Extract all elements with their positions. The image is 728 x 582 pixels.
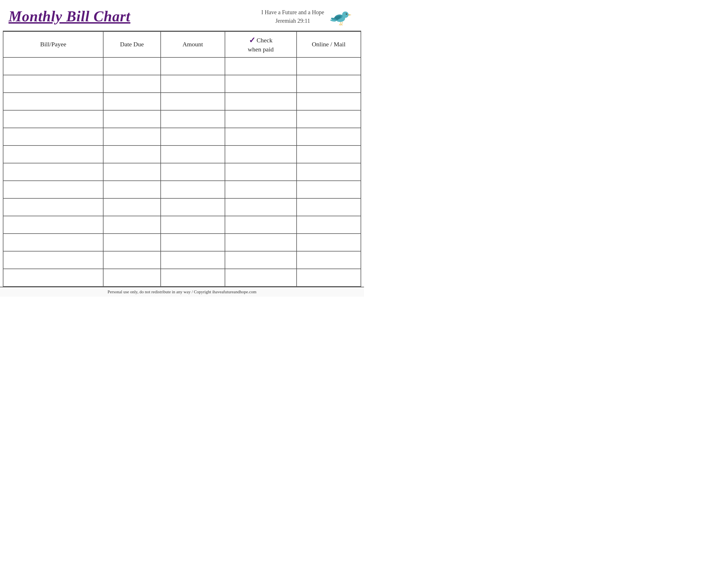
table-cell xyxy=(225,110,296,128)
table-cell xyxy=(3,57,103,75)
table-cell xyxy=(161,163,225,181)
table-cell xyxy=(296,269,361,286)
table-row xyxy=(3,57,361,75)
table-cell xyxy=(3,93,103,110)
table-row xyxy=(3,251,361,269)
checkmark-icon: ✓ xyxy=(249,35,255,46)
table-cell xyxy=(3,181,103,198)
table-cell xyxy=(103,57,160,75)
svg-point-3 xyxy=(346,13,347,15)
table-cell xyxy=(3,128,103,145)
table-cell xyxy=(225,163,296,181)
table-row xyxy=(3,163,361,181)
table-cell xyxy=(103,198,160,216)
table-row xyxy=(3,128,361,145)
table-cell xyxy=(103,269,160,286)
table-cell xyxy=(3,145,103,163)
table-row xyxy=(3,269,361,286)
table-cell xyxy=(3,198,103,216)
table-cell xyxy=(161,57,225,75)
table-cell xyxy=(296,233,361,251)
table-cell xyxy=(161,198,225,216)
table-cell xyxy=(103,163,160,181)
table-cell xyxy=(161,251,225,269)
table-cell xyxy=(296,163,361,181)
table-row xyxy=(3,198,361,216)
table-cell xyxy=(296,198,361,216)
table-cell xyxy=(225,233,296,251)
svg-line-9 xyxy=(340,22,341,24)
svg-line-10 xyxy=(342,22,342,24)
svg-point-4 xyxy=(346,13,347,14)
table-cell xyxy=(296,128,361,145)
table-cell xyxy=(103,233,160,251)
page-title: Monthly Bill Chart xyxy=(8,8,130,24)
table-header-row: Bill/Payee Date Due Amount ✓ Check when … xyxy=(3,31,361,57)
header-right: I Have a Future and a Hope Jeremiah 29:1… xyxy=(261,5,356,28)
table-row xyxy=(3,145,361,163)
table-cell xyxy=(161,128,225,145)
table-cell xyxy=(103,75,160,93)
page-header: Monthly Bill Chart I Have a Future and a… xyxy=(0,0,364,31)
bird-icon xyxy=(327,5,356,28)
table-cell xyxy=(161,110,225,128)
svg-line-14 xyxy=(342,24,342,25)
table-cell xyxy=(296,216,361,233)
table-cell xyxy=(161,233,225,251)
footer-text: Personal use only, do not redistribute i… xyxy=(107,289,257,294)
svg-line-12 xyxy=(340,24,341,25)
table-cell xyxy=(3,163,103,181)
table-body xyxy=(3,57,361,286)
table-row xyxy=(3,216,361,233)
table-cell xyxy=(161,75,225,93)
svg-line-13 xyxy=(341,24,341,25)
table-cell xyxy=(103,128,160,145)
table-cell xyxy=(225,216,296,233)
table-cell xyxy=(296,181,361,198)
table-cell xyxy=(3,216,103,233)
table-cell xyxy=(3,75,103,93)
table-row xyxy=(3,233,361,251)
col-check-when-paid: ✓ Check when paid xyxy=(225,31,296,57)
table-cell xyxy=(225,128,296,145)
table-cell xyxy=(296,251,361,269)
table-cell xyxy=(103,145,160,163)
table-cell xyxy=(3,110,103,128)
bill-chart-table: Bill/Payee Date Due Amount ✓ Check when … xyxy=(3,31,361,287)
table-cell xyxy=(3,269,103,286)
table-cell xyxy=(161,93,225,110)
col-bill-payee: Bill/Payee xyxy=(3,31,103,57)
table-cell xyxy=(296,75,361,93)
table-cell xyxy=(296,93,361,110)
table-cell xyxy=(225,181,296,198)
table-cell xyxy=(3,251,103,269)
col-date-due: Date Due xyxy=(103,31,160,57)
table-cell xyxy=(225,251,296,269)
col-online-mail: Online / Mail xyxy=(296,31,361,57)
table-cell xyxy=(161,216,225,233)
table-cell xyxy=(161,145,225,163)
table-cell xyxy=(296,110,361,128)
table-row xyxy=(3,75,361,93)
table-cell xyxy=(161,269,225,286)
table-cell xyxy=(103,181,160,198)
table-cell xyxy=(103,251,160,269)
table-cell xyxy=(296,145,361,163)
table-cell xyxy=(225,93,296,110)
scripture-text: I Have a Future and a Hope Jeremiah 29:1… xyxy=(261,8,324,25)
table-cell xyxy=(225,269,296,286)
table-wrapper: Bill/Payee Date Due Amount ✓ Check when … xyxy=(0,31,364,287)
table-cell xyxy=(103,110,160,128)
table-cell xyxy=(225,198,296,216)
footer: Personal use only, do not redistribute i… xyxy=(0,287,364,297)
table-cell xyxy=(296,57,361,75)
svg-point-1 xyxy=(342,11,348,18)
table-cell xyxy=(225,75,296,93)
svg-marker-2 xyxy=(349,14,352,16)
table-cell xyxy=(103,216,160,233)
table-cell xyxy=(3,233,103,251)
table-row xyxy=(3,181,361,198)
table-cell xyxy=(225,145,296,163)
table-row xyxy=(3,93,361,110)
table-row xyxy=(3,110,361,128)
